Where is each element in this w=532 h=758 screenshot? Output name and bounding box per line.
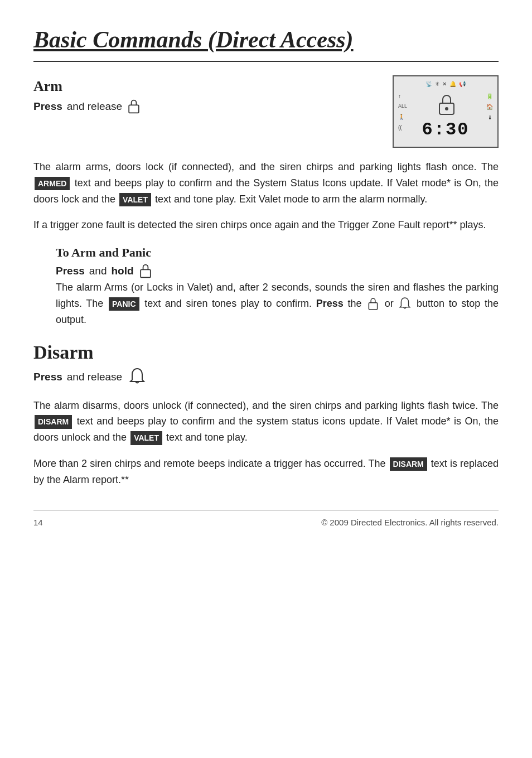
arm-panic-lock-icon	[138, 263, 153, 279]
panic-inline-bell-icon	[399, 297, 411, 311]
disarm-badge2: DISARM	[390, 457, 427, 471]
disarm-body1-text: The alarm disarms, doors unlock (if conn…	[33, 400, 499, 411]
disarm-section: Disarm Press and release	[33, 338, 499, 388]
panic-badge: PANIC	[109, 297, 139, 311]
lcd-icon-bell-top: 🔔	[449, 80, 456, 88]
panic-press-word: Press	[316, 298, 344, 309]
svg-rect-1	[129, 105, 139, 113]
lcd-icon-antenna: 📡	[425, 80, 432, 88]
arm-panic-and-text: and	[89, 263, 107, 279]
disarm-trigger-text: More than 2 siren chirps and remote beep…	[33, 458, 386, 469]
svg-rect-4	[141, 270, 151, 278]
arm-panic-subsection: To Arm and Panic Press and hold The alar…	[56, 243, 499, 327]
arm-panic-press-word: Press	[56, 263, 85, 279]
arm-body-para1: The alarm arms, doors lock (if connected…	[33, 159, 499, 207]
lcd-icon-person: 🚶	[398, 113, 407, 121]
lcd-padlock-icon	[436, 92, 457, 117]
footer: 14 © 2009 Directed Electronics. All righ…	[33, 510, 499, 529]
disarm-press-line: Press and release	[33, 368, 146, 388]
lcd-icon-battery: 🔋	[486, 92, 493, 100]
disarm-body2-text: text and beeps play to confirm and the s…	[33, 416, 499, 443]
arm-press-word: Press	[33, 99, 62, 115]
disarm-body3-text: text and tone play.	[166, 432, 248, 443]
arm-panic-hold-word: hold	[111, 263, 133, 279]
arm-lock-icon	[127, 98, 141, 115]
disarm-press-text: and release	[67, 369, 122, 385]
panic-body2-text: text and siren tones play to confirm.	[144, 298, 312, 309]
lcd-icon-speaker: 📢	[459, 80, 466, 88]
svg-rect-5	[369, 303, 377, 310]
header-row: Arm Press and release 📡 ✳ ✕ 🔔 📢 ↑ ALL 🚶	[33, 75, 499, 148]
arm-body1-text: The alarm arms, doors lock (if connected…	[33, 161, 499, 172]
lcd-icon-all: ALL	[398, 103, 407, 110]
svg-point-3	[445, 107, 448, 110]
disarm-badge: DISARM	[35, 415, 72, 428]
disarm-body-para1: The alarm disarms, doors unlock (if conn…	[33, 398, 499, 446]
lcd-icon-house: 🏠	[486, 103, 493, 111]
panic-body3-text: the	[347, 298, 361, 309]
lcd-icon-star: ✳	[435, 80, 439, 88]
arm-section: Arm Press and release	[33, 75, 381, 115]
page-number: 14	[33, 516, 43, 529]
arm-panic-press-line: Press and hold	[56, 263, 499, 279]
arm-heading: Arm	[33, 75, 381, 97]
arm-press-text: and release	[67, 99, 122, 115]
arm-body3-text: text and tone play. Exit Valet mode to a…	[155, 194, 427, 205]
disarm-press-word: Press	[33, 369, 62, 385]
panic-body-para: The alarm Arms (or Locks in Valet) and, …	[56, 279, 499, 327]
disarm-trigger-para: More than 2 siren chirps and remote beep…	[33, 456, 499, 488]
copyright-text: © 2009 Directed Electronics. All rights …	[321, 516, 499, 529]
panic-or-text: or	[385, 298, 394, 309]
lcd-icon-arrow-up: ↑	[398, 92, 407, 100]
arm-panic-heading: To Arm and Panic	[56, 243, 499, 262]
lcd-display: 📡 ✳ ✕ 🔔 📢 ↑ ALL 🚶 (( �	[393, 75, 499, 148]
armed-badge: ARMED	[35, 177, 70, 190]
valet-badge1: VALET	[119, 193, 151, 206]
page-title: Basic Commands (Direct Access)	[33, 22, 499, 62]
disarm-bell-icon	[129, 368, 146, 388]
lcd-icon-wave: ((	[398, 123, 407, 132]
lcd-icon-x: ✕	[442, 80, 447, 88]
arm-trigger-para: If a trigger zone fault is detected the …	[33, 217, 499, 233]
lcd-icon-thermo: 🌡	[487, 113, 493, 122]
valet-badge2: VALET	[130, 431, 162, 445]
panic-inline-lock-icon	[367, 297, 379, 311]
arm-press-line: Press and release	[33, 98, 381, 115]
disarm-heading: Disarm	[33, 338, 146, 366]
